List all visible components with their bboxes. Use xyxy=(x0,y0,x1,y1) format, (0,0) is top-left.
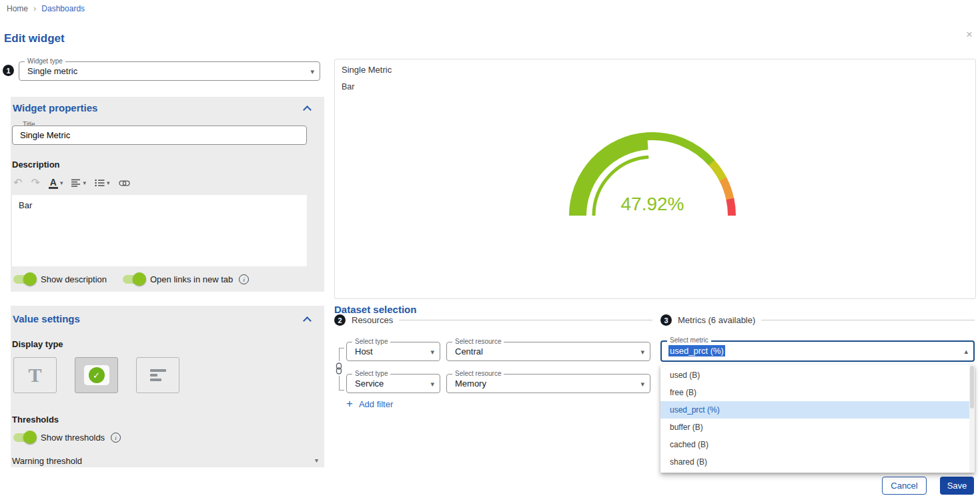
breadcrumb-home-link[interactable]: Home xyxy=(7,4,28,13)
show-description-toggle[interactable] xyxy=(13,275,35,284)
info-icon[interactable]: i xyxy=(239,274,249,284)
widget-type-select[interactable]: Widget type Single metric ▾ xyxy=(19,61,320,81)
select-type-label: Select type xyxy=(352,370,390,378)
resources-section-header: 2 Resources xyxy=(334,314,652,326)
cancel-button[interactable]: Cancel xyxy=(882,477,927,495)
resources-label: Resources xyxy=(352,315,393,325)
select-type-label: Select type xyxy=(352,338,390,346)
metric-option[interactable]: shared (B) xyxy=(660,453,975,471)
step-3-badge: 3 xyxy=(660,314,672,326)
resource-type-select-2[interactable]: Select type Service ▾ xyxy=(346,374,440,393)
widget-properties-panel: Widget properties Title Description ↶ ↷ … xyxy=(11,97,324,292)
show-description-label: Show description xyxy=(41,274,107,284)
metric-option-selected[interactable]: used_prct (%) xyxy=(660,401,975,419)
page-title: Edit widget xyxy=(4,32,65,45)
chevron-down-icon: ▾ xyxy=(640,348,644,356)
metric-option[interactable]: free (B) xyxy=(660,384,975,401)
show-description-toggle-row: Show description Open links in new tab i xyxy=(13,274,249,284)
add-filter-label: Add filter xyxy=(359,399,393,409)
value-settings-panel: Value settings Display type T ✓ Threshol… xyxy=(11,306,324,467)
step-2-badge: 2 xyxy=(334,314,346,326)
metric-option[interactable]: buffer (B) xyxy=(660,419,975,436)
preview-title: Single Metric xyxy=(342,65,392,75)
plus-icon: + xyxy=(346,399,353,409)
toggle-knob xyxy=(133,272,146,286)
value-settings-header: Value settings xyxy=(13,313,316,324)
text-color-icon: A xyxy=(49,178,58,189)
chevron-down-icon: ▾ xyxy=(430,348,434,356)
metrics-section-header: 3 Metrics (6 available) xyxy=(660,314,975,326)
undo-icon[interactable]: ↶ xyxy=(13,178,22,188)
select-resource-label: Select resource xyxy=(452,338,504,346)
scrollbar-down-icon[interactable]: ▾ xyxy=(315,457,318,464)
chevron-down-icon: ▾ xyxy=(310,67,314,75)
dropdown-scrollbar[interactable] xyxy=(969,364,975,473)
redo-icon[interactable]: ↷ xyxy=(31,178,39,188)
close-icon[interactable]: × xyxy=(966,28,973,41)
metric-option[interactable]: used (B) xyxy=(660,366,975,384)
gauge-chart: 47.92% xyxy=(555,122,750,224)
text-color-button[interactable]: A ▾ xyxy=(49,178,63,189)
breadcrumb: Home › Dashboards xyxy=(7,3,85,13)
divider xyxy=(399,320,652,320)
resource-type-select-1[interactable]: Select type Host ▾ xyxy=(346,342,440,361)
metrics-label: Metrics (6 available) xyxy=(678,315,755,325)
insert-link-button[interactable] xyxy=(119,179,130,188)
metric-options-list: used (B) free (B) used_prct (%) buffer (… xyxy=(660,364,975,473)
widget-properties-header: Widget properties xyxy=(13,102,316,113)
toggle-knob xyxy=(23,272,37,286)
align-button[interactable]: ▾ xyxy=(71,179,86,187)
info-icon[interactable]: i xyxy=(111,433,121,443)
selected-check-icon: ✓ xyxy=(89,367,105,383)
description-text: Bar xyxy=(19,200,32,210)
resource-select-2[interactable]: Select resource Memory ▾ xyxy=(446,374,650,393)
chevron-down-icon: ▾ xyxy=(640,380,644,388)
collapse-chevron-up-icon[interactable] xyxy=(303,105,312,114)
select-metric-label: Select metric xyxy=(667,336,711,344)
show-thresholds-label: Show thresholds xyxy=(41,433,105,443)
list-icon xyxy=(95,179,105,187)
metric-select-value: used_prct (%) xyxy=(668,345,725,356)
open-links-toggle[interactable] xyxy=(123,275,144,284)
link-rows-icon[interactable] xyxy=(334,361,344,376)
value-settings-title: Value settings xyxy=(13,313,80,324)
dataset-selection-heading: Dataset selection xyxy=(334,304,416,315)
title-input[interactable] xyxy=(12,126,307,145)
breadcrumb-dashboards-link[interactable]: Dashboards xyxy=(41,4,85,13)
display-type-text-button[interactable]: T xyxy=(13,357,57,393)
warning-threshold-label: Warning threshold xyxy=(12,456,82,466)
chevron-down-icon: ▾ xyxy=(107,180,110,186)
description-label: Description xyxy=(12,160,60,170)
description-editor[interactable]: Bar xyxy=(12,195,307,266)
save-button[interactable]: Save xyxy=(940,477,974,495)
display-type-gauge-button[interactable]: ✓ xyxy=(75,357,118,393)
preview-description: Bar xyxy=(342,82,354,91)
select-resource-label: Select resource xyxy=(452,370,504,378)
display-type-bar-button[interactable] xyxy=(136,357,179,393)
divider xyxy=(761,320,975,320)
display-type-label: Display type xyxy=(12,339,63,349)
open-links-label: Open links in new tab xyxy=(150,274,233,284)
list-button[interactable]: ▾ xyxy=(95,179,110,187)
widget-properties-title: Widget properties xyxy=(13,102,97,113)
align-icon xyxy=(71,179,81,187)
chevron-up-icon: ▴ xyxy=(964,347,968,356)
metric-option[interactable]: cached (B) xyxy=(660,436,975,453)
metric-select[interactable]: Select metric used_prct (%) ▴ xyxy=(660,340,975,362)
gauge-value-text: 47.92% xyxy=(621,194,684,214)
show-thresholds-toggle[interactable] xyxy=(13,433,35,442)
show-thresholds-toggle-row: Show thresholds i xyxy=(13,433,121,443)
thresholds-label: Thresholds xyxy=(12,415,59,425)
widget-preview-panel: Single Metric Bar 47.92% xyxy=(334,59,976,299)
link-icon xyxy=(119,179,130,188)
text-display-icon: T xyxy=(28,365,41,385)
chevron-down-icon: ▾ xyxy=(83,180,86,186)
breadcrumb-separator-icon: › xyxy=(33,3,36,13)
description-toolbar: ↶ ↷ A ▾ ▾ ▾ xyxy=(13,175,139,191)
bar-display-icon xyxy=(150,369,166,381)
chevron-down-icon: ▾ xyxy=(430,380,434,388)
resource-select-1[interactable]: Select resource Central ▾ xyxy=(446,342,650,361)
collapse-chevron-up-icon[interactable] xyxy=(303,316,312,325)
add-filter-button[interactable]: + Add filter xyxy=(346,399,393,409)
step-1-badge: 1 xyxy=(3,65,14,76)
